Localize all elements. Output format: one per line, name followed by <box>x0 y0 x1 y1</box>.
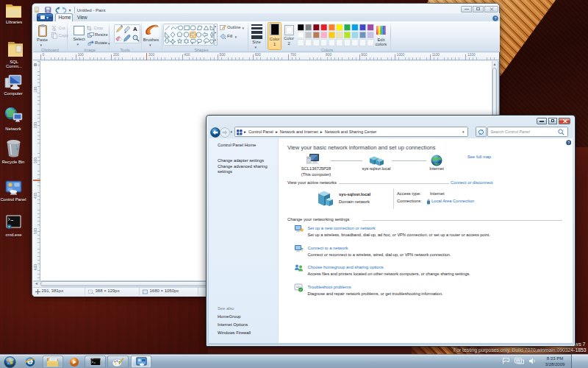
svg-text:?: ? <box>494 16 496 21</box>
svg-text:?: ? <box>567 141 570 145</box>
